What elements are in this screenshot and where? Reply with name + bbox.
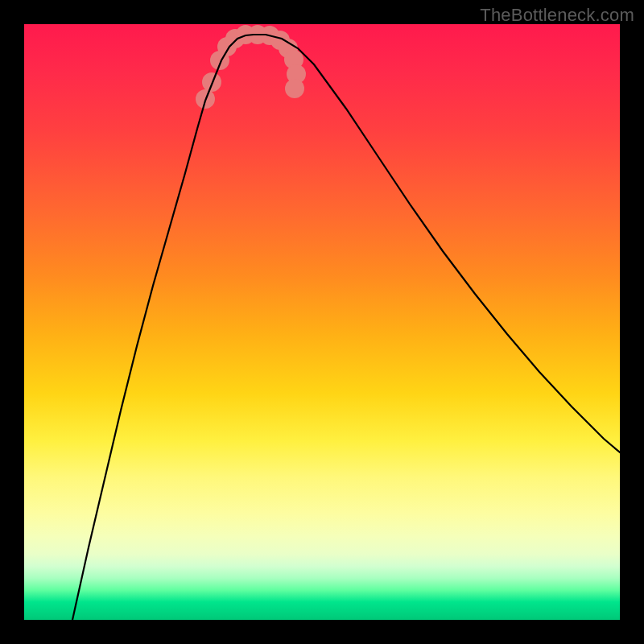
- highlight-dot: [285, 79, 304, 98]
- chart-svg: [24, 24, 620, 620]
- plot-area: [24, 24, 620, 620]
- bottleneck-curve: [72, 35, 620, 620]
- watermark-text: TheBottleneck.com: [480, 5, 634, 26]
- chart-frame: TheBottleneck.com: [0, 0, 644, 644]
- highlight-dot: [202, 72, 221, 92]
- dots-group: [196, 25, 306, 109]
